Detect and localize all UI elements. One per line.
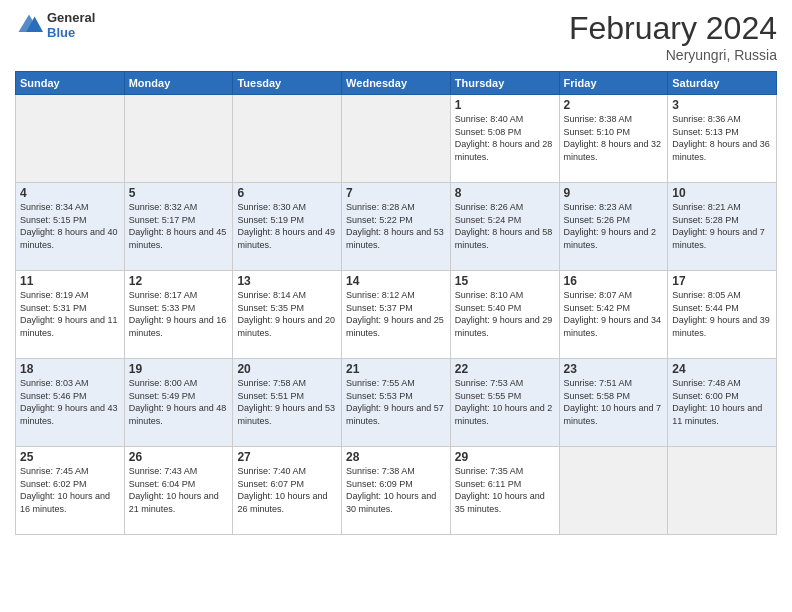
- day-info: Sunrise: 8:26 AM Sunset: 5:24 PM Dayligh…: [455, 201, 555, 251]
- day-number: 28: [346, 450, 446, 464]
- logo: General Blue: [15, 10, 95, 40]
- calendar-cell: [559, 447, 668, 535]
- calendar-cell: [16, 95, 125, 183]
- calendar-cell: 14Sunrise: 8:12 AM Sunset: 5:37 PM Dayli…: [342, 271, 451, 359]
- day-number: 22: [455, 362, 555, 376]
- day-info: Sunrise: 7:38 AM Sunset: 6:09 PM Dayligh…: [346, 465, 446, 515]
- header-sunday: Sunday: [16, 72, 125, 95]
- day-number: 4: [20, 186, 120, 200]
- day-number: 8: [455, 186, 555, 200]
- week-row-3: 18Sunrise: 8:03 AM Sunset: 5:46 PM Dayli…: [16, 359, 777, 447]
- calendar-cell: 29Sunrise: 7:35 AM Sunset: 6:11 PM Dayli…: [450, 447, 559, 535]
- calendar-cell: 26Sunrise: 7:43 AM Sunset: 6:04 PM Dayli…: [124, 447, 233, 535]
- header-wednesday: Wednesday: [342, 72, 451, 95]
- calendar-cell: [342, 95, 451, 183]
- calendar-cell: 9Sunrise: 8:23 AM Sunset: 5:26 PM Daylig…: [559, 183, 668, 271]
- calendar-cell: 18Sunrise: 8:03 AM Sunset: 5:46 PM Dayli…: [16, 359, 125, 447]
- calendar-cell: [233, 95, 342, 183]
- day-number: 11: [20, 274, 120, 288]
- calendar-cell: 1Sunrise: 8:40 AM Sunset: 5:08 PM Daylig…: [450, 95, 559, 183]
- calendar-cell: 21Sunrise: 7:55 AM Sunset: 5:53 PM Dayli…: [342, 359, 451, 447]
- day-info: Sunrise: 8:32 AM Sunset: 5:17 PM Dayligh…: [129, 201, 229, 251]
- day-number: 3: [672, 98, 772, 112]
- day-number: 19: [129, 362, 229, 376]
- day-number: 2: [564, 98, 664, 112]
- calendar-cell: 22Sunrise: 7:53 AM Sunset: 5:55 PM Dayli…: [450, 359, 559, 447]
- day-info: Sunrise: 8:07 AM Sunset: 5:42 PM Dayligh…: [564, 289, 664, 339]
- day-number: 18: [20, 362, 120, 376]
- calendar-cell: 11Sunrise: 8:19 AM Sunset: 5:31 PM Dayli…: [16, 271, 125, 359]
- day-number: 29: [455, 450, 555, 464]
- calendar-cell: 25Sunrise: 7:45 AM Sunset: 6:02 PM Dayli…: [16, 447, 125, 535]
- header-friday: Friday: [559, 72, 668, 95]
- day-info: Sunrise: 8:38 AM Sunset: 5:10 PM Dayligh…: [564, 113, 664, 163]
- day-number: 27: [237, 450, 337, 464]
- day-info: Sunrise: 8:21 AM Sunset: 5:28 PM Dayligh…: [672, 201, 772, 251]
- calendar-cell: 7Sunrise: 8:28 AM Sunset: 5:22 PM Daylig…: [342, 183, 451, 271]
- header: General Blue February 2024 Neryungri, Ru…: [15, 10, 777, 63]
- day-info: Sunrise: 8:05 AM Sunset: 5:44 PM Dayligh…: [672, 289, 772, 339]
- day-info: Sunrise: 8:12 AM Sunset: 5:37 PM Dayligh…: [346, 289, 446, 339]
- day-number: 24: [672, 362, 772, 376]
- day-info: Sunrise: 8:14 AM Sunset: 5:35 PM Dayligh…: [237, 289, 337, 339]
- header-saturday: Saturday: [668, 72, 777, 95]
- header-row: SundayMondayTuesdayWednesdayThursdayFrid…: [16, 72, 777, 95]
- calendar-cell: 27Sunrise: 7:40 AM Sunset: 6:07 PM Dayli…: [233, 447, 342, 535]
- location: Neryungri, Russia: [569, 47, 777, 63]
- calendar-cell: 19Sunrise: 8:00 AM Sunset: 5:49 PM Dayli…: [124, 359, 233, 447]
- calendar-cell: 23Sunrise: 7:51 AM Sunset: 5:58 PM Dayli…: [559, 359, 668, 447]
- week-row-2: 11Sunrise: 8:19 AM Sunset: 5:31 PM Dayli…: [16, 271, 777, 359]
- calendar-cell: 12Sunrise: 8:17 AM Sunset: 5:33 PM Dayli…: [124, 271, 233, 359]
- day-info: Sunrise: 8:40 AM Sunset: 5:08 PM Dayligh…: [455, 113, 555, 163]
- day-info: Sunrise: 8:28 AM Sunset: 5:22 PM Dayligh…: [346, 201, 446, 251]
- day-info: Sunrise: 8:10 AM Sunset: 5:40 PM Dayligh…: [455, 289, 555, 339]
- day-number: 9: [564, 186, 664, 200]
- title-block: February 2024 Neryungri, Russia: [569, 10, 777, 63]
- day-info: Sunrise: 7:48 AM Sunset: 6:00 PM Dayligh…: [672, 377, 772, 427]
- month-year: February 2024: [569, 10, 777, 47]
- day-info: Sunrise: 8:00 AM Sunset: 5:49 PM Dayligh…: [129, 377, 229, 427]
- day-info: Sunrise: 7:58 AM Sunset: 5:51 PM Dayligh…: [237, 377, 337, 427]
- day-number: 13: [237, 274, 337, 288]
- day-info: Sunrise: 7:35 AM Sunset: 6:11 PM Dayligh…: [455, 465, 555, 515]
- day-number: 6: [237, 186, 337, 200]
- week-row-1: 4Sunrise: 8:34 AM Sunset: 5:15 PM Daylig…: [16, 183, 777, 271]
- day-info: Sunrise: 8:23 AM Sunset: 5:26 PM Dayligh…: [564, 201, 664, 251]
- calendar-cell: 20Sunrise: 7:58 AM Sunset: 5:51 PM Dayli…: [233, 359, 342, 447]
- week-row-4: 25Sunrise: 7:45 AM Sunset: 6:02 PM Dayli…: [16, 447, 777, 535]
- calendar-cell: 28Sunrise: 7:38 AM Sunset: 6:09 PM Dayli…: [342, 447, 451, 535]
- day-number: 17: [672, 274, 772, 288]
- day-number: 21: [346, 362, 446, 376]
- day-info: Sunrise: 7:43 AM Sunset: 6:04 PM Dayligh…: [129, 465, 229, 515]
- day-number: 12: [129, 274, 229, 288]
- calendar-cell: 3Sunrise: 8:36 AM Sunset: 5:13 PM Daylig…: [668, 95, 777, 183]
- day-number: 15: [455, 274, 555, 288]
- calendar-cell: 4Sunrise: 8:34 AM Sunset: 5:15 PM Daylig…: [16, 183, 125, 271]
- day-number: 10: [672, 186, 772, 200]
- day-number: 16: [564, 274, 664, 288]
- calendar-cell: 6Sunrise: 8:30 AM Sunset: 5:19 PM Daylig…: [233, 183, 342, 271]
- day-number: 20: [237, 362, 337, 376]
- day-number: 7: [346, 186, 446, 200]
- calendar-cell: [668, 447, 777, 535]
- calendar-cell: 17Sunrise: 8:05 AM Sunset: 5:44 PM Dayli…: [668, 271, 777, 359]
- day-info: Sunrise: 8:19 AM Sunset: 5:31 PM Dayligh…: [20, 289, 120, 339]
- logo-general: General: [47, 10, 95, 25]
- calendar-cell: 16Sunrise: 8:07 AM Sunset: 5:42 PM Dayli…: [559, 271, 668, 359]
- calendar-cell: 2Sunrise: 8:38 AM Sunset: 5:10 PM Daylig…: [559, 95, 668, 183]
- calendar-cell: [124, 95, 233, 183]
- day-number: 1: [455, 98, 555, 112]
- day-info: Sunrise: 7:53 AM Sunset: 5:55 PM Dayligh…: [455, 377, 555, 427]
- calendar-cell: 10Sunrise: 8:21 AM Sunset: 5:28 PM Dayli…: [668, 183, 777, 271]
- header-thursday: Thursday: [450, 72, 559, 95]
- calendar-cell: 8Sunrise: 8:26 AM Sunset: 5:24 PM Daylig…: [450, 183, 559, 271]
- logo-icon: [15, 11, 43, 39]
- page: General Blue February 2024 Neryungri, Ru…: [0, 0, 792, 612]
- day-info: Sunrise: 8:30 AM Sunset: 5:19 PM Dayligh…: [237, 201, 337, 251]
- day-number: 14: [346, 274, 446, 288]
- day-number: 23: [564, 362, 664, 376]
- day-info: Sunrise: 8:17 AM Sunset: 5:33 PM Dayligh…: [129, 289, 229, 339]
- calendar-cell: 15Sunrise: 8:10 AM Sunset: 5:40 PM Dayli…: [450, 271, 559, 359]
- day-info: Sunrise: 8:36 AM Sunset: 5:13 PM Dayligh…: [672, 113, 772, 163]
- header-tuesday: Tuesday: [233, 72, 342, 95]
